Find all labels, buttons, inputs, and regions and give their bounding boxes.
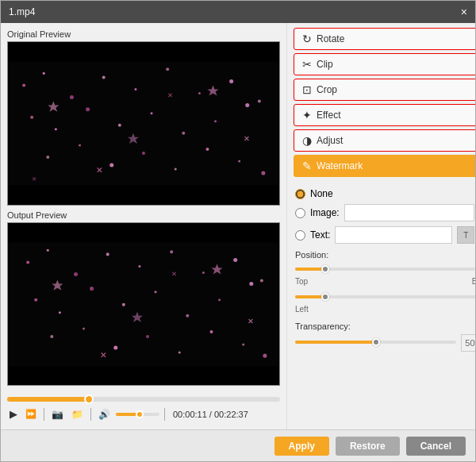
svg-point-12: [86, 107, 90, 111]
svg-point-38: [233, 257, 237, 261]
volume-button[interactable]: 🔊: [96, 407, 113, 422]
timeline-track[interactable]: [7, 397, 280, 402]
main-content: Original Preview: [1, 23, 475, 429]
snapshot-button[interactable]: 📷: [49, 407, 66, 422]
vertical-slider-container: [295, 291, 475, 303]
timeline-fill: [7, 397, 89, 402]
svg-point-49: [83, 327, 85, 329]
svg-point-22: [175, 168, 177, 171]
volume-thumb: [136, 410, 144, 418]
watermark-button[interactable]: ✎ Watermark: [294, 155, 475, 177]
text-radio[interactable]: [295, 230, 305, 241]
transparency-section: Transparency:: [295, 321, 475, 352]
svg-point-11: [55, 128, 57, 130]
transparency-row: [295, 334, 475, 352]
transparency-value-input[interactable]: [461, 334, 475, 352]
svg-point-25: [261, 171, 265, 175]
rotate-icon: ↻: [302, 33, 312, 45]
adjust-label: Adjust: [317, 135, 343, 146]
none-label[interactable]: None: [310, 188, 333, 199]
fast-forward-button[interactable]: ⏩: [23, 407, 39, 421]
svg-point-51: [146, 334, 149, 337]
clip-label: Clip: [317, 59, 333, 70]
svg-point-10: [30, 116, 33, 119]
original-preview-wrapper: Original Preview: [7, 29, 280, 210]
svg-text:✕: ✕: [32, 176, 36, 182]
close-button[interactable]: ×: [461, 6, 467, 17]
svg-text:✕: ✕: [248, 317, 254, 325]
svg-point-1: [22, 83, 25, 87]
rotate-button[interactable]: ↻ Rotate: [294, 28, 475, 50]
restore-button[interactable]: Restore: [336, 437, 400, 456]
image-radio[interactable]: [295, 208, 305, 218]
svg-text:✕: ✕: [167, 92, 173, 99]
output-label: Output Preview: [7, 210, 280, 220]
right-panel: ↻ Rotate ✂ Clip ⊡ Crop ✦ Effect ◑ Adju: [286, 23, 475, 429]
tool-buttons: ↻ Rotate ✂ Clip ⊡ Crop ✦ Effect ◑ Adju: [287, 23, 475, 182]
svg-point-39: [260, 279, 263, 282]
svg-point-54: [242, 343, 244, 345]
svg-point-16: [214, 120, 217, 122]
effect-button[interactable]: ✦ Effect: [294, 104, 475, 126]
svg-point-18: [46, 156, 49, 159]
transparency-label: Transparency:: [295, 321, 475, 331]
none-radio[interactable]: [295, 189, 305, 199]
horizontal-slider-container: [295, 263, 475, 275]
position-label: Position:: [295, 250, 475, 260]
original-label: Original Preview: [7, 29, 280, 39]
play-button[interactable]: ▶: [7, 406, 20, 422]
svg-point-52: [178, 351, 181, 353]
transparency-slider-container: [295, 336, 456, 348]
svg-point-46: [218, 298, 221, 301]
watermark-settings: None Image: % Text: T 🗑: [287, 182, 475, 429]
volume-slider[interactable]: [116, 413, 159, 416]
timeline-bar[interactable]: [7, 394, 280, 405]
effect-label: Effect: [317, 110, 340, 121]
effect-icon: ✦: [302, 109, 312, 121]
left-label: Left: [295, 305, 309, 314]
previews-container: Original Preview: [7, 29, 280, 391]
svg-point-33: [74, 272, 78, 276]
svg-point-40: [34, 298, 37, 301]
footer-bar: Apply Restore Cancel: [1, 429, 475, 461]
left-panel: Original Preview: [1, 23, 286, 429]
crop-button[interactable]: ⊡ Crop: [294, 79, 475, 101]
svg-point-48: [50, 334, 53, 337]
output-preview: ✕ ✕ ✕: [7, 222, 280, 387]
adjust-button[interactable]: ◑ Adjust: [294, 129, 475, 152]
svg-point-3: [70, 95, 74, 99]
svg-rect-0: [8, 61, 279, 185]
apply-button[interactable]: Apply: [274, 437, 329, 456]
cancel-button[interactable]: Cancel: [406, 437, 466, 456]
svg-point-15: [182, 132, 185, 135]
top-label: Top: [295, 277, 308, 286]
rotate-label: Rotate: [317, 33, 344, 44]
folder-button[interactable]: 📁: [69, 407, 86, 422]
svg-point-8: [229, 79, 233, 83]
crop-icon: ⊡: [302, 83, 312, 96]
watermark-icon: ✎: [302, 160, 312, 172]
svg-point-4: [102, 75, 106, 79]
svg-point-6: [166, 67, 169, 71]
window-title: 1.mp4: [9, 6, 35, 17]
svg-point-47: [249, 282, 253, 286]
text-input[interactable]: [335, 226, 452, 244]
text-format-button[interactable]: T: [457, 226, 474, 244]
svg-point-36: [170, 250, 173, 253]
clip-button[interactable]: ✂ Clip: [294, 53, 475, 75]
svg-text:✕: ✕: [171, 270, 177, 277]
svg-point-17: [245, 103, 249, 107]
svg-point-32: [47, 248, 49, 251]
timeline-thumb[interactable]: [84, 395, 94, 404]
svg-point-53: [209, 329, 213, 333]
none-row: None: [295, 188, 475, 199]
svg-point-21: [142, 152, 145, 155]
separator-1: [44, 408, 44, 421]
text-label[interactable]: Text:: [310, 229, 330, 241]
position-section: Position: Top Bottom: [295, 250, 475, 314]
vertical-thumb: [321, 293, 329, 301]
image-label[interactable]: Image:: [310, 207, 340, 218]
svg-point-13: [118, 124, 121, 127]
text-row: Text: T 🗑: [295, 226, 475, 244]
image-input[interactable]: [344, 204, 475, 221]
